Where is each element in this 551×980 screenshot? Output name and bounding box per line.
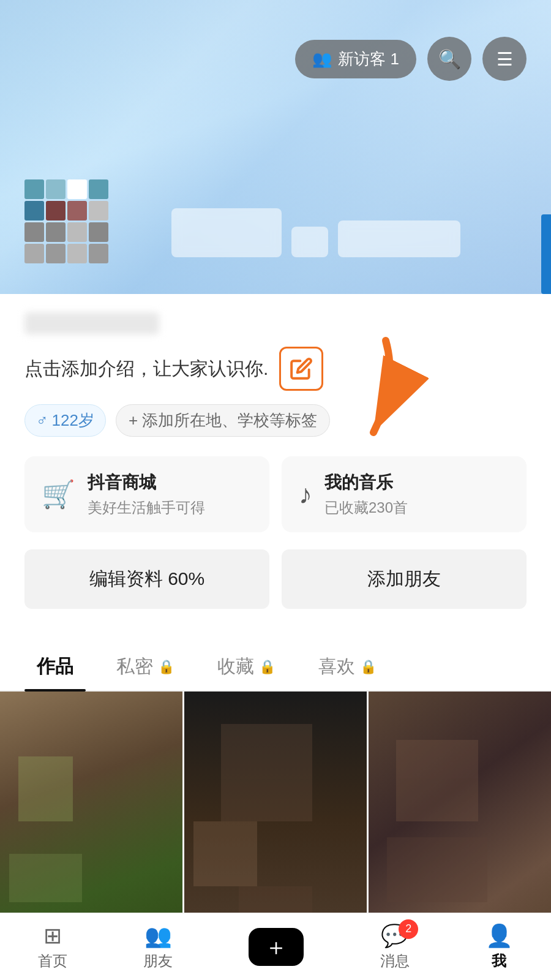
profile-section: 点击添加介绍，让大家认识你. ♂ 122岁 + 添加所在地、学校等标签 [0, 294, 551, 641]
add-button[interactable]: ＋ [249, 928, 304, 966]
private-lock-icon: 🔒 [158, 659, 174, 675]
nav-me[interactable]: 👤 我 [473, 917, 525, 977]
mall-card-title: 抖音商城 [88, 471, 205, 494]
age-label: 122岁 [52, 410, 94, 431]
edit-intro-button[interactable] [279, 347, 323, 391]
tab-private[interactable]: 私密 🔒 [104, 641, 187, 690]
add-icon: ＋ [264, 935, 288, 959]
tab-collection[interactable]: 收藏 🔒 [205, 641, 288, 690]
search-button[interactable]: 🔍 [427, 37, 471, 81]
tabs-bar: 作品 私密 🔒 收藏 🔒 喜欢 🔒 [0, 641, 551, 692]
tab-likes-label: 喜欢 [318, 654, 355, 679]
nav-messages[interactable]: 💬 2 消息 [368, 917, 422, 977]
menu-button[interactable]: ☰ [482, 37, 527, 81]
music-card-info: 我的音乐 已收藏230首 [324, 471, 408, 518]
bottom-nav: ⊞ 首页 👥 朋友 ＋ 💬 2 消息 👤 我 [0, 913, 551, 980]
cart-icon: 🛒 [42, 478, 75, 510]
message-badge: 2 [399, 919, 418, 939]
music-card[interactable]: ♪ 我的音乐 已收藏230首 [282, 456, 527, 532]
tab-likes[interactable]: 喜欢 🔒 [306, 641, 389, 690]
bio-text: 点击添加介绍，让大家认识你. [24, 356, 268, 382]
friends-icon: 👥 [144, 923, 172, 949]
music-card-sub: 已收藏230首 [324, 498, 408, 518]
music-card-title: 我的音乐 [324, 471, 408, 494]
mall-card-sub: 美好生活触手可得 [88, 498, 205, 518]
home-icon: ⊞ [43, 923, 62, 949]
edit-profile-button[interactable]: 编辑资料 60% [24, 549, 269, 609]
visitors-icon: 👥 [312, 50, 332, 69]
visitors-label: 新访客 1 [338, 48, 399, 70]
collection-lock-icon: 🔒 [259, 659, 276, 675]
feature-cards: 🛒 抖音商城 美好生活触手可得 ♪ 我的音乐 已收藏230首 [24, 456, 527, 532]
likes-lock-icon: 🔒 [360, 659, 377, 675]
arrow-annotation [306, 334, 429, 469]
me-label: 我 [492, 951, 506, 971]
tab-works-label: 作品 [37, 654, 73, 679]
tags-row: ♂ 122岁 + 添加所在地、学校等标签 [24, 404, 527, 437]
tab-works[interactable]: 作品 [24, 641, 86, 690]
douyin-mall-card[interactable]: 🛒 抖音商城 美好生活触手可得 [24, 456, 269, 532]
banner-pixel-art [24, 179, 108, 263]
visitors-button[interactable]: 👥 新访客 1 [295, 40, 416, 78]
friends-label: 朋友 [143, 951, 173, 971]
blurred-box-3 [338, 221, 460, 257]
music-icon: ♪ [299, 479, 312, 510]
banner-right-boxes [171, 208, 460, 257]
nav-home[interactable]: ⊞ 首页 [26, 917, 80, 977]
tab-collection-label: 收藏 [217, 654, 254, 679]
top-nav: 👥 新访客 1 🔍 ☰ [295, 37, 527, 81]
blurred-box-1 [171, 208, 282, 257]
nav-add[interactable]: ＋ [236, 922, 316, 972]
search-icon: 🔍 [438, 48, 461, 70]
bio-row: 点击添加介绍，让大家认识你. [24, 347, 527, 391]
home-label: 首页 [38, 951, 67, 971]
username-placeholder [24, 312, 159, 334]
banner: 👥 新访客 1 🔍 ☰ [0, 0, 551, 294]
tab-private-label: 私密 [116, 654, 153, 679]
menu-icon: ☰ [497, 48, 513, 70]
me-icon: 👤 [485, 923, 513, 949]
nav-friends[interactable]: 👥 朋友 [131, 917, 185, 977]
gender-icon: ♂ [36, 411, 48, 430]
add-tags-label: + 添加所在地、学校等标签 [129, 410, 317, 431]
blurred-box-2 [291, 227, 328, 257]
edit-icon [290, 357, 313, 380]
action-buttons: 编辑资料 60% 添加朋友 [24, 549, 527, 609]
blue-accent [541, 214, 551, 294]
messages-label: 消息 [380, 951, 410, 971]
gender-tag: ♂ 122岁 [24, 404, 106, 437]
add-tags-button[interactable]: + 添加所在地、学校等标签 [116, 404, 330, 437]
add-friend-button[interactable]: 添加朋友 [282, 549, 527, 609]
mall-card-info: 抖音商城 美好生活触手可得 [88, 471, 205, 518]
